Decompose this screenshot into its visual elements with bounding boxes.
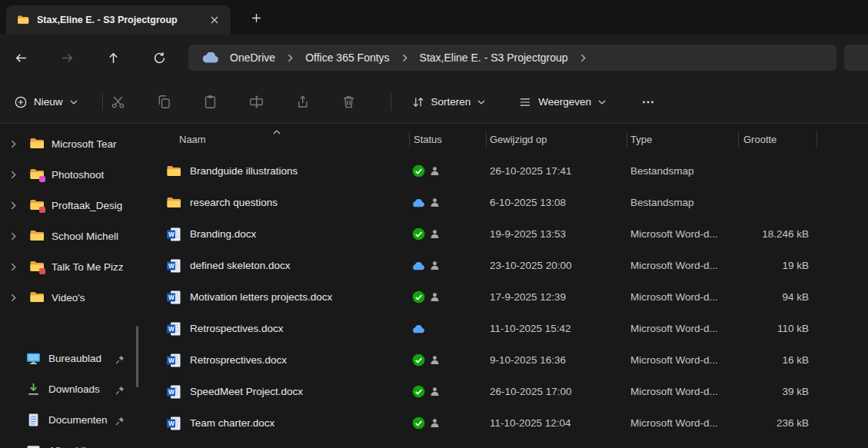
file-row[interactable]: W research questions 6-10-2025 13:0	[145, 187, 868, 218]
new-button-label: Nieuw	[34, 96, 63, 108]
delete-button[interactable]	[334, 88, 364, 116]
quick-access-icon	[26, 413, 41, 427]
type-cell: Microsoft Word-d...	[627, 291, 738, 303]
chevron-down-icon	[477, 100, 485, 105]
new-tab-button[interactable]	[248, 9, 264, 26]
column-header-type[interactable]: Type	[627, 124, 738, 155]
file-name: defined skeleton.docx	[190, 260, 291, 271]
column-header-row: Naam Status Gewijzigd op Type Grootte	[145, 124, 868, 155]
status-cell	[409, 196, 486, 209]
close-tab-button[interactable]	[206, 12, 223, 28]
file-icon: W	[166, 195, 181, 211]
sync-status-icon	[412, 322, 425, 335]
up-button[interactable]	[101, 45, 125, 70]
column-header-modified[interactable]: Gewijzigd op	[486, 124, 627, 155]
file-name-cell: W Motivation letters projects.docx	[145, 290, 409, 305]
column-header-status[interactable]: Status	[409, 124, 486, 155]
view-button[interactable]: Weergeven	[510, 91, 614, 114]
more-options-button[interactable]	[634, 88, 662, 116]
sidebar-tree-item[interactable]: Talk To Me Pizz	[0, 251, 141, 282]
plus-icon	[251, 13, 261, 23]
modified-cell: 23-10-2025 20:00	[486, 260, 627, 271]
sidebar-tree-item[interactable]: Photoshoot	[0, 159, 141, 190]
file-row[interactable]: W SpeedMeet Project.docx 26-10-2025	[145, 376, 868, 407]
file-row[interactable]: W Retrosprectives.docx 9-10-2025 16	[145, 344, 868, 376]
chevron-right-icon[interactable]	[11, 201, 18, 210]
breadcrumb-chevron-icon[interactable]	[288, 53, 293, 62]
paste-button[interactable]	[195, 88, 226, 116]
forward-button[interactable]	[55, 45, 79, 70]
sort-button[interactable]: Sorteren	[404, 91, 494, 114]
share-button[interactable]	[288, 88, 318, 116]
breadcrumb[interactable]: OneDrive Office 365 Fontys Sta	[188, 45, 836, 71]
sidebar-tree-item[interactable]: School Michell	[0, 221, 141, 251]
copy-button[interactable]	[149, 88, 180, 116]
chevron-right-icon[interactable]	[11, 140, 18, 148]
file-name-cell: W Retrospectives.docx	[145, 321, 409, 337]
arrow-up-icon	[107, 51, 120, 65]
explorer-tab[interactable]: Stax,Eline E. - S3 Projectgroup	[6, 5, 231, 35]
column-header-name[interactable]: Naam	[145, 124, 409, 155]
quick-access-item[interactable]: Documenten	[0, 404, 141, 435]
pin-icon	[115, 353, 125, 367]
search-box[interactable]	[844, 45, 868, 71]
sync-status-icon	[412, 353, 425, 367]
breadcrumb-chevron-icon[interactable]	[580, 53, 586, 62]
modified-cell: 6-10-2025 13:08	[486, 197, 627, 208]
share-icon	[295, 95, 310, 109]
breadcrumb-item[interactable]: Stax,Eline E. - S3 Projectgroup	[412, 48, 590, 68]
status-cell	[409, 353, 486, 367]
status-cell	[409, 322, 486, 335]
breadcrumb-label[interactable]: Office 365 Fontys	[298, 48, 397, 68]
rename-button[interactable]	[241, 88, 272, 116]
status-cell	[409, 227, 486, 241]
breadcrumb-item[interactable]: Office 365 Fontys	[298, 48, 411, 68]
chevron-right-icon[interactable]	[11, 171, 18, 179]
sidebar-scrollbar[interactable]	[136, 326, 138, 387]
folder-icon	[29, 290, 45, 305]
shared-person-icon	[430, 229, 440, 239]
chevron-right-icon[interactable]	[11, 232, 18, 241]
sidebar-tree-item[interactable]: Proftaak_Desig	[0, 190, 141, 221]
sync-status-icon	[412, 385, 425, 398]
refresh-button[interactable]	[147, 45, 171, 70]
file-name: Retrospectives.docx	[190, 323, 284, 334]
file-row[interactable]: W Brandguide illustrations 26-10-20	[145, 155, 868, 187]
chevron-right-icon[interactable]	[11, 263, 18, 271]
file-row[interactable]: W defined skeleton.docx 23-10-2025	[145, 250, 868, 281]
sync-status-icon	[412, 196, 425, 209]
scissors-icon	[111, 95, 125, 109]
file-icon: W	[166, 353, 181, 368]
type-cell: Microsoft Word-d...	[627, 228, 738, 240]
shared-person-icon	[430, 166, 440, 176]
file-row[interactable]: W Branding.docx 19-9-2025 13:53	[145, 218, 868, 250]
column-header-size[interactable]: Grootte	[738, 124, 816, 155]
sidebar-tree-item[interactable]: Video's	[0, 282, 141, 313]
file-row[interactable]: W Team charter.docx 11-10-2025 12:0	[145, 407, 868, 439]
quick-access-item[interactable]: Bureaublad	[0, 343, 141, 373]
quick-access-label: Documenten	[48, 414, 108, 426]
back-button[interactable]	[8, 45, 33, 70]
file-row[interactable]: W Retrospectives.docx 11-10-2025 15	[145, 313, 868, 344]
arrow-right-icon	[61, 51, 74, 65]
quick-access-item[interactable]: Afbeeldingen	[0, 435, 141, 448]
paste-icon	[203, 95, 218, 109]
file-name: Retrosprectives.docx	[190, 354, 287, 366]
quick-access-icon	[26, 351, 41, 366]
sidebar-tree-item[interactable]: Microsoft Tear	[0, 128, 141, 159]
cut-button[interactable]	[103, 88, 134, 116]
pin-icon	[115, 415, 125, 429]
sidebar-item-label: Talk To Me Pizz	[52, 261, 124, 273]
file-row[interactable]: W Motivation letters projects.docx	[145, 281, 868, 313]
sort-icon	[412, 96, 424, 108]
svg-text:W: W	[168, 357, 175, 363]
breadcrumb-label[interactable]: OneDrive	[222, 48, 283, 68]
chevron-right-icon[interactable]	[11, 294, 18, 302]
quick-access-item[interactable]: Downloads	[0, 373, 141, 404]
column-header-filler	[816, 124, 868, 155]
breadcrumb-chevron-icon[interactable]	[402, 53, 407, 62]
toolbar-divider	[391, 94, 391, 111]
breadcrumb-item[interactable]: OneDrive	[196, 48, 298, 68]
breadcrumb-label[interactable]: Stax,Eline E. - S3 Projectgroup	[412, 48, 576, 68]
new-button[interactable]: Nieuw	[6, 91, 86, 114]
